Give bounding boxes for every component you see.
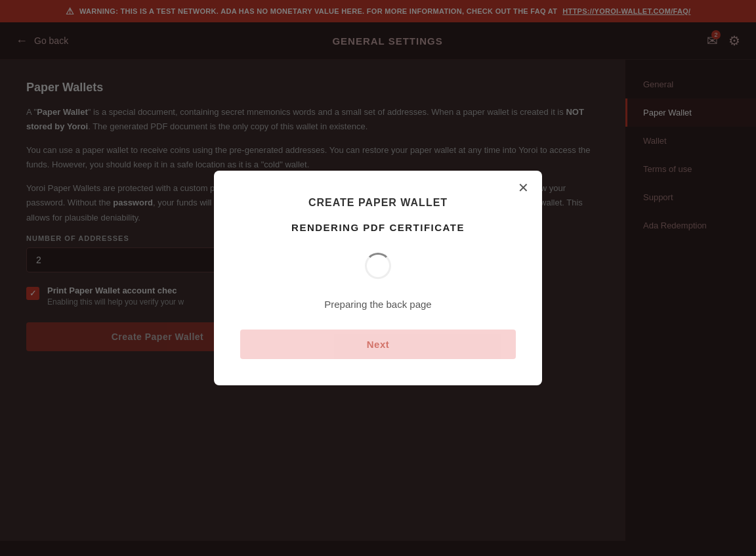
modal-next-button[interactable]: Next [240,330,516,359]
spinner-container [240,253,516,279]
modal-close-button[interactable]: ✕ [518,181,529,194]
loading-spinner [365,253,391,279]
modal-title: CREATE PAPER WALLET [240,197,516,209]
preparing-text: Preparing the back page [240,299,516,310]
modal-overlay: ✕ CREATE PAPER WALLET RENDERING PDF CERT… [0,0,756,556]
modal-subtitle: RENDERING PDF CERTIFICATE [240,222,516,233]
create-paper-wallet-modal: ✕ CREATE PAPER WALLET RENDERING PDF CERT… [214,171,542,385]
